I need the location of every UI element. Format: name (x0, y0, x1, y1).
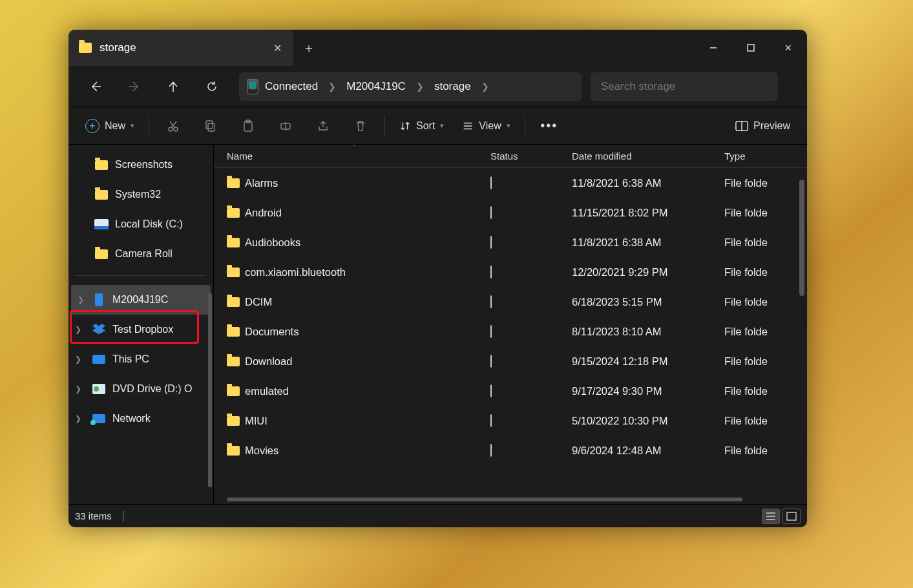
column-header-name[interactable]: Name (227, 151, 490, 162)
file-name: emulated (245, 385, 490, 397)
file-row[interactable]: Audiobooks11/8/2021 6:38 AMFile folde (214, 227, 807, 257)
disk-icon (94, 219, 109, 229)
folder-icon (227, 357, 240, 366)
sidebar-scrollbar[interactable] (208, 293, 212, 487)
item-count: 33 items (75, 510, 112, 521)
new-label: New (105, 120, 125, 132)
file-row[interactable]: Alarms11/8/2021 6:38 AMFile folde (214, 168, 807, 198)
sidebar-item-network[interactable]: ❯Network (68, 404, 213, 434)
thumbnails-view-button[interactable] (782, 509, 801, 524)
search-input[interactable] (601, 80, 768, 93)
file-name: Audiobooks (245, 236, 490, 249)
file-name: DCIM (245, 296, 490, 308)
file-type: File folde (724, 177, 807, 189)
folder-icon (79, 43, 92, 53)
sort-button[interactable]: Sort ▾ (392, 113, 452, 139)
sidebar-item-this-pc[interactable]: ❯This PC (68, 344, 213, 374)
file-row[interactable]: Download9/15/2024 12:18 PMFile folde (214, 346, 807, 376)
view-label: View (479, 120, 501, 132)
file-date: 11/8/2021 6:38 AM (572, 236, 724, 249)
sidebar-item-camera-roll[interactable]: Camera Roll (68, 239, 213, 269)
file-type: File folde (724, 296, 807, 308)
svg-rect-10 (787, 512, 796, 520)
sidebar-item-system32[interactable]: System32 (68, 180, 213, 209)
search-box[interactable] (591, 72, 778, 101)
file-row[interactable]: Movies9/6/2024 12:48 AMFile folde (214, 436, 807, 465)
breadcrumb-segment[interactable]: M2004J19C (346, 80, 406, 93)
chevron-right-icon[interactable]: ❯ (412, 81, 428, 92)
file-date: 8/11/2023 8:10 AM (572, 326, 724, 338)
up-button[interactable] (155, 72, 191, 101)
vertical-scrollbar[interactable] (799, 180, 804, 296)
file-name: MIUI (245, 415, 490, 427)
forward-button[interactable] (116, 72, 152, 101)
file-row[interactable]: MIUI5/10/2022 10:30 PMFile folde (214, 406, 807, 436)
paste-button[interactable] (231, 113, 266, 139)
file-status (490, 385, 572, 397)
cut-button[interactable] (156, 113, 191, 139)
view-button[interactable]: View ▾ (454, 113, 518, 139)
column-header-status[interactable]: Status (490, 151, 572, 162)
tab-title: storage (100, 41, 264, 54)
sidebar-item-local-disk[interactable]: Local Disk (C:) (68, 209, 213, 239)
file-name: Android (245, 207, 490, 219)
device-icon (247, 79, 258, 94)
folder-icon (227, 268, 240, 277)
file-row[interactable]: Documents8/11/2023 8:10 AMFile folde (214, 317, 807, 346)
rename-button[interactable] (268, 113, 303, 139)
chevron-right-icon[interactable]: ❯ (75, 384, 81, 394)
sidebar-item-screenshots[interactable]: Screenshots (68, 150, 213, 180)
chevron-right-icon[interactable]: ❯ (75, 414, 81, 423)
delete-button[interactable] (343, 113, 378, 139)
more-button[interactable]: ••• (532, 113, 567, 139)
close-window-button[interactable]: ✕ (770, 30, 807, 66)
svg-rect-1 (748, 45, 754, 51)
column-headers: ˄ Name Status Date modified Type (214, 145, 807, 168)
file-name: Movies (245, 445, 490, 457)
sidebar-item-label: Camera Roll (115, 248, 173, 260)
column-header-type[interactable]: Type (724, 151, 807, 162)
sidebar-item-label: Local Disk (C:) (115, 218, 183, 230)
sidebar-item-label: This PC (112, 353, 149, 365)
breadcrumb-segment[interactable]: storage (434, 80, 471, 93)
breadcrumb-segment[interactable]: Connected (265, 80, 318, 93)
back-button[interactable] (78, 72, 114, 101)
details-view-button[interactable] (762, 509, 780, 524)
sidebar-item-label: Screenshots (115, 159, 173, 171)
sidebar-item-dvd-drive[interactable]: ❯DVD Drive (D:) O (68, 374, 213, 404)
new-tab-button[interactable]: ＋ (293, 30, 324, 66)
folder-icon (227, 238, 240, 247)
file-row[interactable]: emulated9/17/2024 9:30 PMFile folde (214, 376, 807, 406)
file-type: File folde (724, 207, 807, 219)
tab-close-button[interactable]: ✕ (271, 42, 283, 54)
column-header-date[interactable]: Date modified (572, 151, 724, 162)
maximize-button[interactable] (732, 30, 770, 66)
file-name: Download (245, 355, 490, 368)
file-type: File folde (724, 415, 807, 427)
file-name: Alarms (245, 177, 490, 189)
file-type: File folde (724, 326, 807, 338)
refresh-button[interactable] (194, 72, 230, 101)
file-date: 9/17/2024 9:30 PM (572, 385, 724, 397)
file-name: com.xiaomi.bluetooth (245, 266, 490, 278)
chevron-right-icon[interactable]: ❯ (78, 295, 84, 304)
file-row[interactable]: Android11/15/2021 8:02 PMFile folde (214, 198, 807, 227)
file-row[interactable]: DCIM6/18/2023 5:15 PMFile folde (214, 287, 807, 317)
horizontal-scrollbar[interactable] (227, 498, 742, 501)
chevron-right-icon[interactable]: ❯ (75, 355, 81, 364)
file-row[interactable]: com.xiaomi.bluetooth12/20/2021 9:29 PMFi… (214, 257, 807, 287)
device-status-icon (490, 295, 492, 308)
sidebar-item-label: Network (112, 413, 151, 425)
file-status (490, 355, 572, 368)
chevron-right-icon[interactable]: ❯ (324, 81, 340, 92)
address-bar[interactable]: Connected ❯ M2004J19C ❯ storage ❯ (239, 72, 582, 101)
minimize-button[interactable] (695, 30, 732, 66)
chevron-right-icon[interactable]: ❯ (477, 81, 493, 92)
status-divider: │ (121, 510, 127, 521)
preview-button[interactable]: Preview (728, 113, 798, 139)
window-tab[interactable]: storage ✕ (68, 30, 293, 66)
file-date: 9/6/2024 12:48 AM (572, 445, 724, 457)
share-button[interactable] (306, 113, 341, 139)
new-button[interactable]: + New ▾ (78, 113, 142, 139)
copy-button[interactable] (193, 113, 228, 139)
